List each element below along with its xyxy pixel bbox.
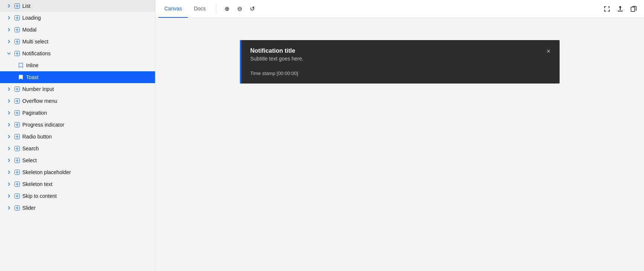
sidebar-item-label: Search: [22, 146, 39, 151]
plus-icon: [14, 3, 20, 9]
sidebar-item-label: Modal: [22, 27, 36, 33]
toolbar: Canvas Docs ⊕ ⊖ ↺: [155, 0, 644, 18]
plus-icon: [14, 39, 20, 45]
sidebar-item-list[interactable]: List: [0, 0, 155, 12]
chevron-right-icon: [6, 169, 12, 175]
canvas-area: Notification title Subtitle text goes he…: [155, 18, 644, 271]
plus-icon: [14, 27, 20, 33]
toolbar-right: [601, 3, 644, 15]
sidebar-item-label: Skip to content: [22, 193, 57, 199]
chevron-right-icon: [6, 181, 12, 187]
sidebar-item-label: Select: [22, 157, 37, 163]
zoom-out-button[interactable]: ⊖: [234, 3, 245, 15]
sidebar-item-loading[interactable]: Loading: [0, 12, 155, 24]
tab-docs[interactable]: Docs: [188, 0, 212, 18]
toast-timestamp: Time stamp [00:00:00]: [250, 71, 542, 76]
chevron-down-icon: [6, 50, 12, 56]
chevron-right-icon: [6, 110, 12, 116]
tab-bar: Canvas Docs: [155, 0, 215, 18]
sidebar-item-skeleton-placeholder[interactable]: Skeleton placeholder: [0, 166, 155, 178]
toast-subtitle: Subtitle text goes here.: [250, 56, 542, 62]
share-button[interactable]: [614, 3, 626, 15]
plus-icon: [14, 157, 20, 163]
sidebar-item-toast[interactable]: Toast: [0, 71, 155, 83]
toast-notification: Notification title Subtitle text goes he…: [240, 40, 560, 84]
bookmark-icon: [18, 62, 24, 68]
sidebar-item-label: Slider: [22, 205, 36, 211]
sidebar-item-radio-button[interactable]: Radio button: [0, 131, 155, 143]
sidebar-item-label: Skeleton text: [22, 181, 52, 187]
tab-canvas[interactable]: Canvas: [158, 0, 188, 18]
chevron-right-icon: [6, 205, 12, 211]
sidebar-item-label: List: [22, 3, 30, 9]
sidebar-item-search[interactable]: Search: [0, 143, 155, 154]
plus-icon: [14, 193, 20, 199]
chevron-right-icon: [6, 15, 12, 21]
zoom-reset-button[interactable]: ↺: [246, 3, 258, 15]
sidebar-item-progress-indicator[interactable]: Progress indicator: [0, 119, 155, 131]
plus-icon: [14, 50, 20, 56]
sidebar-item-pagination[interactable]: Pagination: [0, 107, 155, 119]
sidebar-item-label: Progress indicator: [22, 122, 64, 128]
chevron-right-icon: [6, 122, 12, 128]
zoom-controls: ⊕ ⊖ ↺: [218, 3, 261, 15]
toast-title: Notification title: [250, 48, 542, 54]
plus-icon: [14, 86, 20, 92]
chevron-right-icon: [6, 86, 12, 92]
chevron-right-icon: [6, 157, 12, 163]
sidebar-item-label: Number Input: [22, 86, 54, 92]
sidebar-item-label: Radio button: [22, 134, 52, 140]
sidebar-item-skeleton-text[interactable]: Skeleton text: [0, 178, 155, 190]
bookmark-icon: [18, 74, 24, 80]
plus-icon: [14, 15, 20, 21]
chevron-right-icon: [6, 98, 12, 104]
sidebar-item-multi-select[interactable]: Multi select: [0, 36, 155, 48]
svg-rect-16: [631, 7, 635, 12]
sidebar-item-modal[interactable]: Modal: [0, 24, 155, 36]
sidebar-item-skip-to-content[interactable]: Skip to content: [0, 190, 155, 202]
sidebar-item-slider[interactable]: Slider: [0, 202, 155, 214]
toast-close-button[interactable]: ×: [543, 46, 554, 56]
plus-icon: [14, 110, 20, 116]
chevron-right-icon: [6, 193, 12, 199]
chevron-right-icon: [6, 146, 12, 151]
fullscreen-button[interactable]: [601, 3, 613, 15]
chevron-right-icon: [6, 27, 12, 33]
chevron-right-icon: [6, 3, 12, 9]
chevron-right-icon: [6, 134, 12, 140]
sidebar-item-label: Toast: [26, 74, 38, 80]
plus-icon: [14, 98, 20, 104]
plus-icon: [14, 205, 20, 211]
sidebar: ListLoadingModalMulti selectNotification…: [0, 0, 155, 271]
chevron-right-icon: [6, 39, 12, 45]
sidebar-item-label: Pagination: [22, 110, 47, 116]
zoom-in-button[interactable]: ⊕: [221, 3, 233, 15]
sidebar-item-select[interactable]: Select: [0, 154, 155, 166]
sidebar-item-label: Multi select: [22, 39, 48, 45]
sidebar-item-label: Overflow menu: [22, 98, 57, 104]
sidebar-item-label: Skeleton placeholder: [22, 169, 71, 175]
plus-icon: [14, 181, 20, 187]
sidebar-item-overflow-menu[interactable]: Overflow menu: [0, 95, 155, 107]
sidebar-item-label: Inline: [26, 62, 38, 68]
sidebar-item-label: Notifications: [22, 50, 51, 56]
copy-button[interactable]: [628, 3, 640, 15]
plus-icon: [14, 134, 20, 140]
main-content: Canvas Docs ⊕ ⊖ ↺: [155, 0, 644, 271]
sidebar-item-inline[interactable]: Inline: [0, 59, 155, 71]
plus-icon: [14, 169, 20, 175]
sidebar-item-label: Loading: [22, 15, 41, 21]
plus-icon: [14, 146, 20, 151]
plus-icon: [14, 122, 20, 128]
sidebar-item-number-input[interactable]: Number Input: [0, 83, 155, 95]
sidebar-item-notifications[interactable]: Notifications: [0, 48, 155, 59]
tab-divider: [216, 4, 216, 13]
